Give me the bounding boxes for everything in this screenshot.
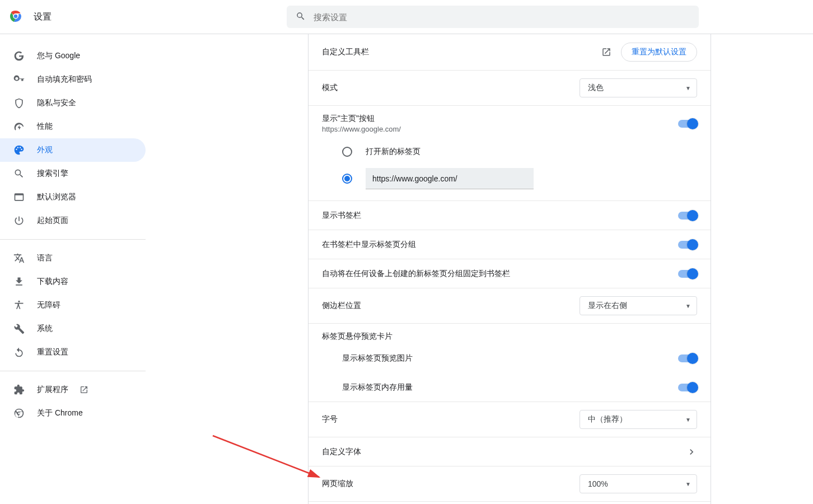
reset-defaults-button[interactable]: 重置为默认设置 — [621, 43, 697, 62]
chrome-logo-icon — [9, 10, 34, 25]
sidebar-label: 起始页面 — [37, 216, 68, 226]
row-show-tab-groups: 在书签栏中显示标签页分组 — [309, 230, 711, 259]
speedometer-icon — [13, 121, 25, 132]
sidebar-label: 下载内容 — [37, 277, 68, 287]
page-title: 设置 — [34, 11, 52, 23]
label: 在书签栏中显示标签页分组 — [322, 240, 416, 250]
label: 自动将在任何设备上创建的新标签页分组固定到书签栏 — [322, 269, 510, 279]
caret-down-icon: ▼ — [685, 417, 691, 423]
sidebar-item-default-browser[interactable]: 默认浏览器 — [0, 185, 146, 209]
row-show-bookmarks: 显示书签栏 — [309, 201, 711, 230]
sidebar-item-appearance[interactable]: 外观 — [0, 138, 146, 162]
hover-cards-title: 标签页悬停预览卡片 — [309, 324, 711, 344]
accessibility-icon — [13, 300, 25, 311]
label: 显示"主页"按钮 — [322, 114, 401, 124]
sidebar-label: 扩展程序 — [37, 385, 68, 395]
search-box[interactable] — [287, 6, 699, 28]
caret-down-icon: ▼ — [685, 303, 691, 309]
app-header: 设置 — [0, 0, 813, 34]
sidebar-item-accessibility[interactable]: 无障碍 — [0, 293, 146, 317]
row-sidebar-position: 侧边栏位置 显示在右侧 ▼ — [309, 288, 711, 324]
google-g-icon — [13, 50, 25, 62]
open-in-new-icon — [601, 47, 611, 57]
label: 侧边栏位置 — [322, 301, 361, 311]
row-pin-tab-groups: 自动将在任何设备上创建的新标签页分组固定到书签栏 — [309, 259, 711, 288]
sidebar-label: 无障碍 — [37, 300, 60, 310]
label: 网页缩放 — [322, 479, 353, 489]
search-icon — [296, 11, 314, 23]
row-home-custom-url — [309, 162, 711, 201]
label: 模式 — [322, 83, 338, 93]
row-custom-fonts[interactable]: 自定义字体 — [309, 437, 711, 466]
toggle-home-button[interactable] — [678, 120, 697, 128]
label: 字号 — [322, 414, 338, 424]
search-icon — [13, 168, 25, 179]
home-url-input[interactable] — [366, 168, 534, 189]
sidebar: 您与 Google 自动填充和密码 隐私与安全 性能 外观 搜索引擎 默认浏览器 — [0, 34, 146, 504]
open-in-new-icon — [80, 385, 88, 394]
toggle-pin-tab-groups[interactable] — [678, 270, 697, 278]
download-icon — [13, 276, 25, 287]
home-current-url: https://www.google.com/ — [322, 125, 401, 133]
row-font-size: 字号 中（推荐） ▼ — [309, 402, 711, 437]
open-toolbar-customize-button[interactable] — [596, 42, 616, 62]
sidebar-item-reset[interactable]: 重置设置 — [0, 340, 146, 364]
settings-panel: 自定义工具栏 重置为默认设置 模式 浅色 ▼ 显示"主页"按钮 — [308, 34, 711, 504]
radio-custom-url[interactable] — [342, 174, 352, 184]
font-size-select[interactable]: 中（推荐） ▼ — [580, 410, 697, 429]
toggle-show-bookmarks[interactable] — [678, 212, 697, 220]
label: 显示书签栏 — [322, 211, 361, 221]
row-customize-toolbar: 自定义工具栏 重置为默认设置 — [309, 34, 711, 71]
sidebar-item-downloads[interactable]: 下载内容 — [0, 270, 146, 293]
radio-newtab[interactable] — [342, 147, 352, 157]
toggle-show-tab-groups[interactable] — [678, 241, 697, 249]
sidebar-label: 隐私与安全 — [37, 98, 76, 108]
wrench-icon — [13, 323, 25, 334]
page-zoom-select[interactable]: 100% ▼ — [580, 474, 697, 493]
label: 显示标签页内存用量 — [342, 382, 413, 393]
key-icon — [13, 74, 25, 85]
mode-select[interactable]: 浅色 ▼ — [580, 78, 697, 97]
sidebar-label: 语言 — [37, 253, 53, 263]
extension-icon — [13, 384, 25, 395]
select-value: 浅色 — [588, 83, 604, 93]
row-page-zoom: 网页缩放 100% ▼ — [309, 466, 711, 502]
sidebar-item-extensions[interactable]: 扩展程序 — [0, 378, 146, 402]
row-home-button: 显示"主页"按钮 https://www.google.com/ — [309, 106, 711, 141]
sidebar-item-about-chrome[interactable]: 关于 Chrome — [0, 402, 146, 425]
translate-icon — [13, 253, 25, 264]
sidebar-label: 自动填充和密码 — [37, 74, 92, 85]
label: 自定义工具栏 — [322, 47, 369, 57]
chrome-outline-icon — [13, 408, 25, 419]
sidebar-item-performance[interactable]: 性能 — [0, 115, 146, 138]
sidebar-label: 性能 — [37, 122, 53, 132]
sidebar-item-you-and-google[interactable]: 您与 Google — [0, 44, 146, 68]
sidebar-label: 重置设置 — [37, 347, 68, 357]
toggle-hover-card-image[interactable] — [678, 354, 697, 362]
toggle-hover-card-memory[interactable] — [678, 384, 697, 391]
select-value: 100% — [588, 479, 608, 488]
sidebar-label: 关于 Chrome — [37, 408, 83, 418]
chevron-right-icon — [686, 446, 697, 458]
sidebar-label: 搜索引擎 — [37, 169, 68, 179]
browser-icon — [13, 192, 25, 203]
label: 显示标签页预览图片 — [342, 353, 413, 363]
shield-icon — [13, 97, 25, 109]
power-icon — [13, 215, 25, 226]
sidebar-label: 默认浏览器 — [37, 192, 76, 202]
sidebar-item-system[interactable]: 系统 — [0, 317, 146, 340]
search-input[interactable] — [314, 12, 690, 22]
select-value: 中（推荐） — [588, 414, 627, 424]
caret-down-icon: ▼ — [685, 85, 691, 91]
sidebar-item-search-engine[interactable]: 搜索引擎 — [0, 162, 146, 185]
sidebar-item-privacy[interactable]: 隐私与安全 — [0, 91, 146, 115]
sidebar-label: 您与 Google — [37, 51, 80, 61]
sidebar-position-select[interactable]: 显示在右侧 ▼ — [580, 296, 697, 315]
row-hover-card-image: 显示标签页预览图片 — [309, 344, 711, 373]
caret-down-icon: ▼ — [685, 481, 691, 487]
sidebar-item-autofill[interactable]: 自动填充和密码 — [0, 68, 146, 91]
sidebar-item-on-startup[interactable]: 起始页面 — [0, 209, 146, 232]
radio-newtab-label: 打开新的标签页 — [366, 147, 420, 157]
sidebar-label: 系统 — [37, 324, 53, 334]
sidebar-item-languages[interactable]: 语言 — [0, 246, 146, 270]
